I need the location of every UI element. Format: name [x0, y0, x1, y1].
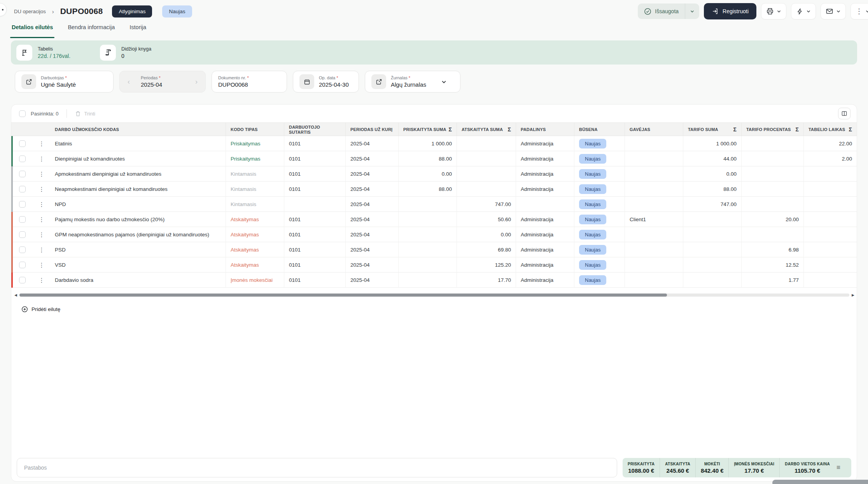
- header-atskaityta-suma[interactable]: ATSKAITYTA SUMAΣ: [457, 123, 516, 136]
- cell-code-name[interactable]: PSD: [50, 242, 226, 257]
- row-menu-kebab-icon[interactable]: ⋮: [39, 262, 45, 268]
- row-menu-kebab-icon[interactable]: ⋮: [39, 201, 45, 207]
- saved-chevron-button[interactable]: [685, 9, 699, 14]
- calendar-icon[interactable]: [299, 74, 314, 89]
- column-settings-button[interactable]: [838, 108, 850, 119]
- header-kodo-tipas[interactable]: KODO TIPAS: [226, 123, 284, 136]
- cell-code-name[interactable]: VSD: [50, 257, 226, 273]
- delete-button[interactable]: Trinti: [75, 110, 95, 117]
- journal-dropdown-chevron[interactable]: [441, 79, 447, 85]
- sum-icon[interactable]: Σ: [849, 126, 852, 133]
- row-menu-kebab-icon[interactable]: ⋮: [39, 186, 45, 192]
- field-value[interactable]: Ugnė Saulytė: [41, 81, 76, 88]
- select-all-checkbox[interactable]: [19, 110, 26, 117]
- field-op-data[interactable]: Op. data * 2025-04-30: [293, 71, 359, 93]
- table-row[interactable]: ⋮ NPD Kintamasis 2025-04 747.00 Naujas 7…: [11, 197, 857, 212]
- table-row[interactable]: ⋮ Neapmokestinami dienpinigiai už komand…: [11, 182, 857, 197]
- table-row[interactable]: ⋮ Darbdavio sodra Įmonės mokesčiai 0101 …: [11, 273, 857, 288]
- cell-period: 2025-04: [346, 136, 399, 151]
- email-button[interactable]: [821, 3, 846, 19]
- cell-code-name[interactable]: Etatinis: [50, 136, 226, 151]
- cell-code-name[interactable]: Darbdavio sodra: [50, 273, 226, 288]
- cell-code-name[interactable]: Neapmokestinami dienpinigiai už komandir…: [50, 182, 226, 197]
- field-zurnalas[interactable]: Žurnalas * Algų žurnalas: [365, 71, 460, 93]
- table-row[interactable]: ⋮ GPM neapmokestinamos pajamos (dienpini…: [11, 227, 857, 242]
- header-gavejas[interactable]: GAVĖJAS: [625, 123, 683, 136]
- summary-card-didzioji-knyga[interactable]: Didžioji knyga 0: [100, 45, 151, 61]
- row-menu-kebab-icon[interactable]: ⋮: [39, 156, 45, 162]
- row-menu-kebab-icon[interactable]: ⋮: [39, 171, 45, 177]
- sum-icon[interactable]: Σ: [508, 126, 511, 133]
- row-checkbox[interactable]: [19, 277, 26, 283]
- tab-bendra-informacija[interactable]: Bendra informacija: [68, 24, 115, 38]
- tab-istorija[interactable]: Istorija: [130, 24, 146, 38]
- sum-icon[interactable]: Σ: [733, 126, 737, 133]
- totals-menu-icon[interactable]: ≡: [835, 458, 844, 477]
- row-checkbox[interactable]: [19, 140, 26, 147]
- table-row[interactable]: ⋮ VSD Atskaitymas 0101 2025-04 125.20 Ad…: [11, 257, 857, 273]
- ledger-scroll-icon: [100, 45, 116, 61]
- header-busena[interactable]: BŪSENA: [574, 123, 625, 136]
- field-value[interactable]: DUPO0068: [218, 81, 249, 88]
- header-tarifo-procentas[interactable]: TARIFO PROCENTASΣ: [742, 123, 804, 136]
- period-prev-button[interactable]: ‹: [126, 78, 131, 86]
- tab-detalios-eilutes[interactable]: Detalios eilutės: [12, 24, 53, 38]
- print-button[interactable]: [761, 3, 786, 19]
- add-row-button[interactable]: Pridėti eilutę: [21, 306, 60, 313]
- row-checkbox[interactable]: [19, 201, 26, 208]
- row-checkbox[interactable]: [19, 171, 26, 177]
- sum-icon[interactable]: Σ: [448, 126, 452, 133]
- quick-actions-button[interactable]: [791, 3, 816, 19]
- field-dokumento-nr[interactable]: Dokumento nr. * DUPO0068: [212, 71, 287, 93]
- row-menu-kebab-icon[interactable]: ⋮: [39, 277, 45, 283]
- row-menu-kebab-icon[interactable]: ⋮: [39, 232, 45, 238]
- summary-card-tabelis[interactable]: Tabelis 22d. / 176val.: [16, 45, 70, 61]
- row-checkbox[interactable]: [19, 216, 26, 223]
- field-periodas[interactable]: ‹ Periodas * 2025-04 ›: [119, 71, 206, 93]
- cell-code-name[interactable]: GPM neapmokestinamos pajamos (dienpinigi…: [50, 227, 226, 242]
- field-value[interactable]: 2025-04-30: [319, 81, 349, 88]
- row-checkbox[interactable]: [19, 186, 26, 192]
- sum-icon[interactable]: Σ: [795, 126, 799, 133]
- cell-code-name[interactable]: Apmokestinami dienpinigiai už komandiruo…: [50, 166, 226, 182]
- external-link-icon[interactable]: [371, 74, 386, 89]
- notes-input[interactable]: [17, 458, 617, 477]
- row-menu-kebab-icon[interactable]: ⋮: [39, 217, 45, 222]
- table-row[interactable]: ⋮ Pajamų mokestis nuo darbo užmokesčio (…: [11, 212, 857, 227]
- row-checkbox[interactable]: [19, 156, 26, 162]
- breadcrumb[interactable]: DU operacijos: [14, 9, 46, 14]
- field-darbuotojas[interactable]: Darbuotojas * Ugnė Saulytė: [15, 71, 114, 93]
- header-tarifo-suma[interactable]: TARIFO SUMAΣ: [683, 123, 742, 136]
- field-value[interactable]: Algų žurnalas: [391, 81, 426, 88]
- row-checkbox[interactable]: [19, 231, 26, 238]
- table-row[interactable]: ⋮ Dienpinigiai už komandiruotes Priskait…: [11, 151, 857, 166]
- row-checkbox[interactable]: [19, 262, 26, 268]
- scroll-right-icon[interactable]: ▶: [852, 294, 854, 297]
- table-row[interactable]: ⋮ PSD Atskaitymas 0101 2025-04 69.80 Adm…: [11, 242, 857, 257]
- scroll-left-icon[interactable]: ◀: [14, 294, 17, 297]
- scrollbar-thumb[interactable]: [19, 294, 667, 297]
- table-row[interactable]: ⋮ Apmokestinami dienpinigiai už komandir…: [11, 166, 857, 182]
- saved-split-button[interactable]: Išsaugota: [638, 3, 699, 19]
- horizontal-scrollbar[interactable]: ◀ ▶: [14, 293, 854, 297]
- cell-code-name[interactable]: Pajamų mokestis nuo darbo užmokesčio (20…: [50, 212, 226, 227]
- scrollbar-track[interactable]: [19, 294, 849, 297]
- summary-card-value[interactable]: 22d. / 176val.: [38, 53, 70, 59]
- header-tabelio-laikas[interactable]: TABELIO LAIKASΣ: [804, 123, 857, 136]
- header-periodas-uz-kuri[interactable]: PERIODAS UŽ KURĮ: [346, 123, 399, 136]
- row-menu-kebab-icon[interactable]: ⋮: [39, 141, 45, 147]
- table-row[interactable]: ⋮ Etatinis Priskaitymas 0101 2025-04 1 0…: [11, 136, 857, 151]
- header-priskaityta-suma[interactable]: PRISKAITYTA SUMAΣ: [399, 123, 457, 136]
- field-value[interactable]: 2025-04: [141, 81, 189, 88]
- external-link-icon[interactable]: [21, 74, 36, 89]
- cell-code-name[interactable]: Dienpinigiai už komandiruotes: [50, 151, 226, 166]
- header-darbo-uzmokescio-kodas[interactable]: DARBO UŽMOKESČIO KODAS: [50, 123, 226, 136]
- more-actions-button[interactable]: ⋮: [850, 3, 868, 19]
- period-next-button[interactable]: ›: [194, 78, 199, 86]
- cell-code-name[interactable]: NPD: [50, 197, 226, 212]
- header-padalinys[interactable]: PADALINYS: [516, 123, 574, 136]
- register-button[interactable]: Registruoti: [704, 3, 756, 19]
- header-darbuotojo-sutartis[interactable]: DARBUOTOJO SUTARTIS: [284, 123, 346, 136]
- row-menu-kebab-icon[interactable]: ⋮: [39, 247, 45, 253]
- row-checkbox[interactable]: [19, 246, 26, 253]
